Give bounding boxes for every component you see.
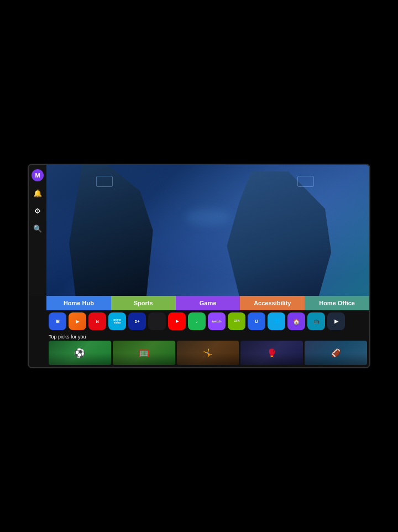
tab-sports[interactable]: Sports xyxy=(111,296,176,310)
thumbnail-football[interactable] xyxy=(305,341,367,365)
app-smart-home[interactable]: 🏠 xyxy=(287,312,305,330)
thumbnails-row xyxy=(29,341,369,367)
user-avatar[interactable]: M xyxy=(32,169,44,181)
app-geforce[interactable]: GFN xyxy=(228,312,245,330)
tab-accessibility[interactable]: Accessibility xyxy=(240,296,305,310)
sidebar: M 🔔 ⚙ 🔍 xyxy=(29,165,46,296)
tab-home-hub[interactable]: Home Hub xyxy=(46,296,111,310)
app-twitch[interactable]: twitch xyxy=(208,312,226,330)
apps-row: ⊞ ▶ N primevideo D+ ▶ ♪ twitch GFN U 🌐 🏠… xyxy=(46,310,369,332)
category-tabs: Home Hub Sports Game Accessibility Home … xyxy=(46,296,369,310)
hero-image xyxy=(46,165,369,296)
player-right xyxy=(221,171,343,296)
thumbnail-boxing[interactable] xyxy=(240,341,303,365)
hero-banner xyxy=(46,165,369,296)
tab-game[interactable]: Game xyxy=(176,296,240,310)
player-left xyxy=(62,165,192,296)
settings-icon[interactable]: ⚙ xyxy=(32,205,44,217)
app-youtube[interactable]: ▶ xyxy=(168,312,186,330)
app-netflix[interactable]: N xyxy=(88,312,106,330)
tv-screen: M 🔔 ⚙ 🔍 Home Hub Sports xyxy=(28,164,370,368)
thumbnail-goal[interactable] xyxy=(113,341,175,365)
app-web[interactable]: 🌐 xyxy=(268,312,285,330)
visor-glow xyxy=(186,209,230,226)
app-apple-tv[interactable] xyxy=(148,312,166,330)
app-more[interactable]: ▶ xyxy=(327,312,345,330)
app-all-apps[interactable]: ⊞ xyxy=(49,312,66,330)
app-lg-channels[interactable]: ▶ xyxy=(69,312,86,330)
hockey-scene xyxy=(46,165,369,296)
top-picks-label: Top picks for you xyxy=(29,332,369,341)
search-icon[interactable]: 🔍 xyxy=(32,222,44,234)
app-screen-share[interactable]: 📺 xyxy=(307,312,325,330)
bottom-section: Home Hub Sports Game Accessibility Home … xyxy=(29,296,369,367)
notifications-icon[interactable]: 🔔 xyxy=(32,187,44,199)
helmet-visor-left xyxy=(96,176,113,187)
tab-home-office[interactable]: Home Office xyxy=(305,296,369,310)
thumbnail-gymnastics[interactable] xyxy=(177,341,239,365)
app-disney[interactable]: D+ xyxy=(128,312,146,330)
app-spotify[interactable]: ♪ xyxy=(188,312,206,330)
helmet-visor-right xyxy=(297,176,314,187)
thumbnail-soccer[interactable] xyxy=(49,341,111,365)
app-utomik[interactable]: U xyxy=(248,312,265,330)
app-prime[interactable]: primevideo xyxy=(108,312,126,330)
